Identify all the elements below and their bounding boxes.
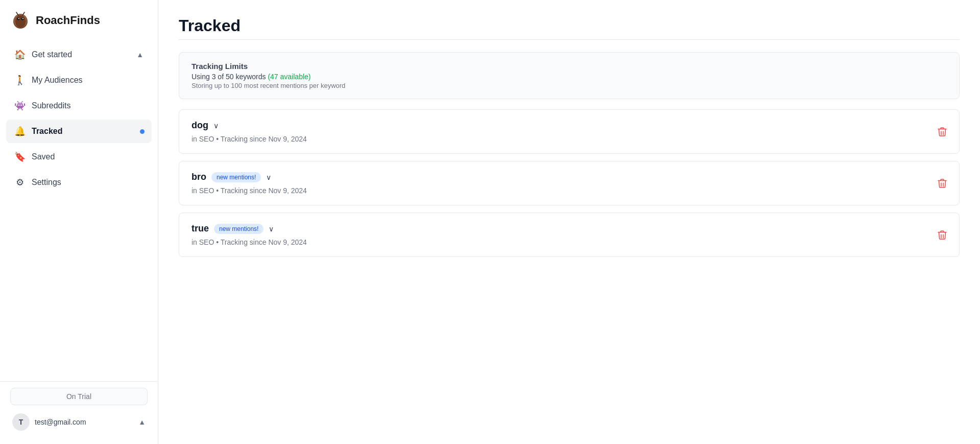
keyword-header-bro: bro new mentions! ∨ <box>192 172 947 182</box>
keyword-header-true: true new mentions! ∨ <box>192 223 947 234</box>
sidebar-item-label: Tracked <box>32 127 62 136</box>
svg-point-6 <box>22 18 23 19</box>
app-name: RoachFinds <box>36 14 100 27</box>
svg-point-4 <box>21 18 24 20</box>
tracking-limits-usage: Using 3 of 50 keywords (47 available) <box>192 73 947 81</box>
audiences-icon: 🚶 <box>14 75 26 86</box>
sidebar-nav: 🏠 Get started ▲ 🚶 My Audiences 👾 Subredd… <box>0 43 158 381</box>
keyword-meta: in SEO • Tracking since Nov 9, 2024 <box>192 238 947 246</box>
avatar: T <box>12 413 30 431</box>
logo-area: RoachFinds <box>0 0 158 43</box>
keyword-name: dog <box>192 120 208 131</box>
usage-text: Using 3 of 50 keywords <box>192 73 266 81</box>
page-title: Tracked <box>179 16 960 35</box>
sidebar-item-settings[interactable]: ⚙ Settings <box>6 171 152 194</box>
home-icon: 🏠 <box>14 49 26 60</box>
sidebar-item-my-audiences[interactable]: 🚶 My Audiences <box>6 68 152 92</box>
sidebar-item-subreddits[interactable]: 👾 Subreddits <box>6 94 152 118</box>
svg-point-5 <box>18 18 19 19</box>
keyword-expand-chevron[interactable]: ∨ <box>269 225 274 233</box>
tracking-limits-card: Tracking Limits Using 3 of 50 keywords (… <box>179 52 960 99</box>
sidebar-item-tracked[interactable]: 🔔 Tracked <box>6 120 152 143</box>
user-account-row[interactable]: T test@gmail.com ▲ <box>10 410 148 434</box>
settings-icon: ⚙ <box>14 177 26 188</box>
sidebar-bottom: On Trial T test@gmail.com ▲ <box>0 381 158 444</box>
sidebar-item-label: Get started <box>32 50 72 59</box>
sidebar-item-label: Saved <box>32 152 55 161</box>
new-mentions-badge: new mentions! <box>214 224 264 234</box>
sidebar-item-label: Settings <box>32 178 61 187</box>
sidebar-item-saved[interactable]: 🔖 Saved <box>6 145 152 169</box>
sidebar-item-label: Subreddits <box>32 101 71 110</box>
keyword-card-dog: dog ∨ in SEO • Tracking since Nov 9, 202… <box>179 109 960 154</box>
notification-dot <box>140 129 145 134</box>
chevron-icon: ▲ <box>136 51 144 59</box>
subreddits-icon: 👾 <box>14 100 26 111</box>
user-email: test@gmail.com <box>35 418 133 426</box>
delete-keyword-button[interactable] <box>936 125 949 139</box>
keyword-card-true: true new mentions! ∨ in SEO • Tracking s… <box>179 213 960 257</box>
keyword-meta: in SEO • Tracking since Nov 9, 2024 <box>192 186 947 195</box>
user-chevron-icon: ▲ <box>138 418 146 426</box>
keyword-name: bro <box>192 172 206 182</box>
svg-point-3 <box>17 18 20 20</box>
delete-keyword-button[interactable] <box>936 176 949 191</box>
trial-badge: On Trial <box>10 388 148 405</box>
trash-icon <box>938 127 947 137</box>
sidebar-item-get-started[interactable]: 🏠 Get started ▲ <box>6 43 152 66</box>
bell-icon: 🔔 <box>14 126 26 137</box>
delete-keyword-button[interactable] <box>936 228 949 242</box>
keyword-card-bro: bro new mentions! ∨ in SEO • Tracking si… <box>179 161 960 205</box>
sidebar-item-label: My Audiences <box>32 76 83 85</box>
trash-icon <box>938 230 947 240</box>
new-mentions-badge: new mentions! <box>211 172 261 182</box>
bookmark-icon: 🔖 <box>14 151 26 162</box>
main-content: Tracked Tracking Limits Using 3 of 50 ke… <box>158 0 980 444</box>
tracking-limits-title: Tracking Limits <box>192 62 947 71</box>
tracking-limits-sub: Storing up to 100 most recent mentions p… <box>192 82 947 89</box>
trash-icon <box>938 178 947 189</box>
keyword-expand-chevron[interactable]: ∨ <box>213 122 219 130</box>
keyword-expand-chevron[interactable]: ∨ <box>266 173 271 181</box>
sidebar: RoachFinds 🏠 Get started ▲ 🚶 My Audience… <box>0 0 158 444</box>
keyword-header-dog: dog ∨ <box>192 120 947 131</box>
svg-point-2 <box>15 15 26 28</box>
roach-logo-icon <box>10 10 31 31</box>
available-text: (47 available) <box>268 73 310 81</box>
keyword-meta: in SEO • Tracking since Nov 9, 2024 <box>192 135 947 143</box>
page-divider <box>179 39 960 40</box>
keyword-name: true <box>192 223 209 234</box>
